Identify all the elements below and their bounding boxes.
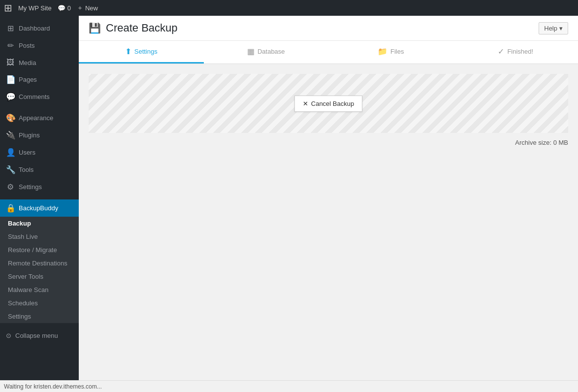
progress-area: ✕ Cancel Backup <box>89 74 568 133</box>
collapse-menu-button[interactable]: ⊙ Collapse menu <box>0 327 79 344</box>
sidebar-item-appearance[interactable]: 🎨 Appearance <box>0 109 79 127</box>
plugins-icon: 🔌 <box>6 131 15 140</box>
comment-icon: 💬 <box>58 4 65 12</box>
tools-icon: 🔧 <box>6 165 15 174</box>
submenu-item-restore-migrate[interactable]: Restore / Migrate <box>0 243 79 257</box>
admin-bar: ⊞ My WP Site 💬 0 ＋ New <box>0 0 578 16</box>
database-tab-icon: ▦ <box>247 47 255 56</box>
sidebar-item-settings[interactable]: ⚙ Settings <box>0 178 79 196</box>
cancel-backup-button[interactable]: ✕ Cancel Backup <box>294 96 362 112</box>
sidebar-item-posts[interactable]: ✏ Posts <box>0 37 79 54</box>
comments-icon: 💬 <box>6 92 15 101</box>
wordpress-logo-icon[interactable]: ⊞ <box>4 3 12 13</box>
sidebar: ⊞ Dashboard ✏ Posts 🖼 Media 📄 Pages 💬 Co… <box>0 16 79 392</box>
sidebar-item-tools[interactable]: 🔧 Tools <box>0 161 79 178</box>
submenu-item-stash-live[interactable]: Stash Live <box>0 230 79 243</box>
tab-finished[interactable]: ✓ Finished! <box>453 41 578 64</box>
tabs-bar: ⬆ Settings ▦ Database 📁 Files ✓ Finished… <box>79 41 578 64</box>
page-title: Create Backup <box>106 22 178 34</box>
sidebar-item-users[interactable]: 👤 Users <box>0 144 79 161</box>
tab-database[interactable]: ▦ Database <box>204 41 329 64</box>
content-area: ✕ Cancel Backup Archive size: 0 MB <box>79 64 578 310</box>
adminbar-comments[interactable]: 💬 0 <box>58 4 71 12</box>
plus-icon: ＋ <box>77 3 83 12</box>
sidebar-item-dashboard[interactable]: ⊞ Dashboard <box>0 20 79 37</box>
page-header-left: 💾 Create Backup <box>89 22 178 34</box>
help-button[interactable]: Help ▾ <box>539 22 568 34</box>
adminbar-site-name[interactable]: My WP Site <box>18 4 52 12</box>
main-content: 💾 Create Backup Help ▾ ⬆ Settings ▦ Data… <box>79 16 578 392</box>
archive-info: Archive size: 0 MB <box>89 133 568 152</box>
chevron-down-icon: ▾ <box>559 25 563 32</box>
sidebar-item-plugins[interactable]: 🔌 Plugins <box>0 127 79 144</box>
sidebar-item-comments[interactable]: 💬 Comments <box>0 88 79 105</box>
adminbar-new[interactable]: ＋ New <box>77 3 98 12</box>
media-icon: 🖼 <box>6 58 15 67</box>
sidebar-item-backupbuddy[interactable]: 🔒 BackupBuddy <box>0 199 79 217</box>
sidebar-item-media[interactable]: 🖼 Media <box>0 54 79 71</box>
submenu-item-remote-destinations[interactable]: Remote Destinations <box>0 257 79 270</box>
submenu-item-server-tools[interactable]: Server Tools <box>0 270 79 283</box>
create-backup-icon: 💾 <box>89 22 101 34</box>
submenu-item-malware-scan[interactable]: Malware Scan <box>0 283 79 296</box>
status-bar: Waiting for kristen.dev.ithemes.com... <box>0 380 578 392</box>
dashboard-icon: ⊞ <box>6 24 15 33</box>
backupbuddy-icon: 🔒 <box>6 203 15 213</box>
collapse-icon: ⊙ <box>6 332 11 339</box>
files-tab-icon: 📁 <box>378 47 387 56</box>
submenu-item-schedules[interactable]: Schedules <box>0 296 79 310</box>
submenu-item-backup[interactable]: Backup <box>0 217 79 230</box>
appearance-icon: 🎨 <box>6 113 15 123</box>
layout: ⊞ Dashboard ✏ Posts 🖼 Media 📄 Pages 💬 Co… <box>0 0 578 392</box>
page-header: 💾 Create Backup Help ▾ <box>79 16 578 41</box>
tab-settings[interactable]: ⬆ Settings <box>79 41 204 64</box>
tab-files[interactable]: 📁 Files <box>328 41 453 64</box>
backupbuddy-submenu: Backup Stash Live Restore / Migrate Remo… <box>0 217 79 323</box>
pages-icon: 📄 <box>6 75 15 84</box>
sidebar-item-pages[interactable]: 📄 Pages <box>0 71 79 88</box>
finished-tab-icon: ✓ <box>498 47 504 56</box>
settings-tab-icon: ⬆ <box>125 47 131 56</box>
submenu-item-settings[interactable]: Settings <box>0 310 79 323</box>
posts-icon: ✏ <box>6 41 15 50</box>
users-icon: 👤 <box>6 148 15 157</box>
settings-icon: ⚙ <box>6 182 15 192</box>
cancel-icon: ✕ <box>303 100 308 107</box>
